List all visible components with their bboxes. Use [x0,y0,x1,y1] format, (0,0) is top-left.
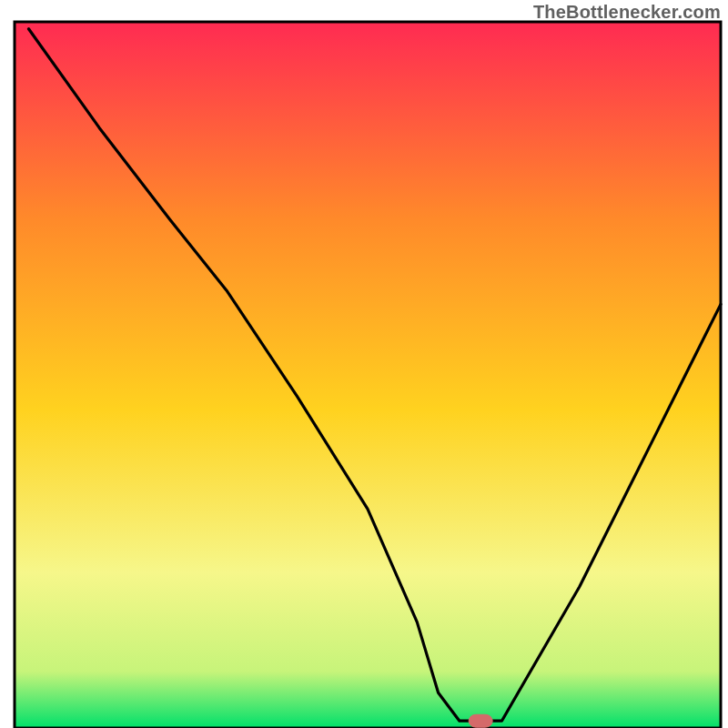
bottleneck-chart: TheBottlenecker.com [0,0,728,728]
optimal-marker [469,714,492,727]
watermark-text: TheBottlenecker.com [533,2,721,23]
chart-canvas [0,0,728,728]
plot-background [15,22,721,728]
